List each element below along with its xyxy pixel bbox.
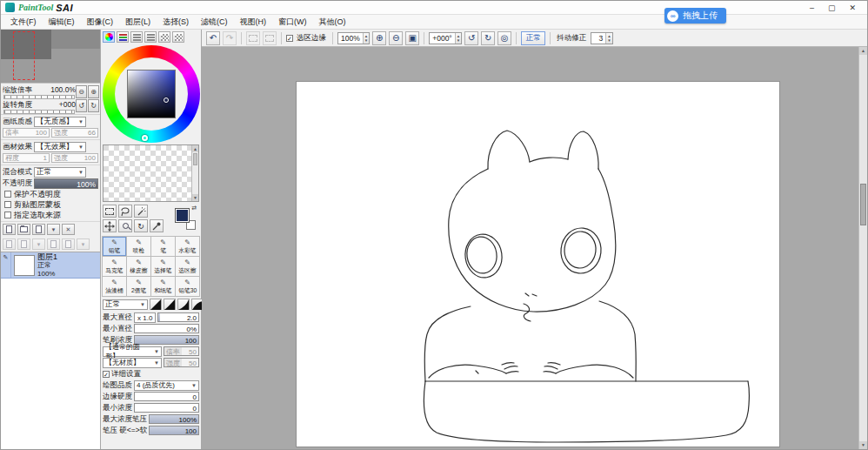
lasso-tool[interactable] xyxy=(118,205,132,218)
menu-filter[interactable]: 滤镜(C) xyxy=(195,15,234,30)
color-wheel-tab[interactable] xyxy=(103,31,115,43)
new-layer-set-button[interactable] xyxy=(17,224,30,235)
nav-rotate-cw-icon[interactable]: ↻ xyxy=(88,99,99,112)
scratchpad-tab[interactable] xyxy=(172,31,184,43)
menu-select[interactable]: 选择(S) xyxy=(157,15,195,30)
rgb-slider-tab[interactable] xyxy=(117,31,129,43)
texture-strength-slider[interactable]: 强度 50 xyxy=(164,358,199,367)
eyedropper-tool[interactable] xyxy=(150,219,164,232)
zoom-spinner[interactable]: 100% ▲▼ xyxy=(337,32,370,44)
vertical-scrollbar[interactable]: ▲ ▼ xyxy=(858,47,867,449)
brush-washi-pen[interactable]: ✎和纸笔 xyxy=(151,277,176,297)
navigator-preview[interactable] xyxy=(1,30,100,84)
delete-layer-button[interactable]: ✕ xyxy=(62,224,75,235)
merge-down-button[interactable]: ▼ xyxy=(32,238,45,250)
scrollbar-thumb[interactable] xyxy=(193,153,197,165)
brush-eraser[interactable]: ✎橡皮擦 xyxy=(127,257,151,277)
color-scratchpad[interactable]: ▲ ▼ xyxy=(103,144,199,202)
paper-scale-slider[interactable]: 倍率100 xyxy=(3,128,50,138)
scratchpad-scrollbar[interactable]: ▲ ▼ xyxy=(191,145,198,201)
new-layer-button[interactable] xyxy=(3,224,16,235)
layer-thumbnail[interactable] xyxy=(14,255,35,276)
canvas-workspace[interactable] xyxy=(202,47,858,449)
min-diameter-slider[interactable]: 0% xyxy=(134,324,199,333)
brush-select-eraser[interactable]: ✎选区擦 xyxy=(176,257,200,277)
menu-image[interactable]: 图像(C) xyxy=(81,15,120,30)
edge-shape-convex-button[interactable] xyxy=(177,299,190,310)
selection-edge-option[interactable]: ✓ 选区边缘 xyxy=(286,33,328,44)
selection-source-option[interactable]: 指定选取来源 xyxy=(2,210,99,220)
redo-button[interactable]: ↷ xyxy=(223,31,237,45)
layer-misc-button[interactable]: ▼ xyxy=(77,238,90,250)
brush-pen[interactable]: ✎笔 xyxy=(151,237,176,257)
zoom-out-button[interactable]: ⊖ xyxy=(389,31,403,45)
stabilizer-spinner[interactable]: 3 ▲▼ xyxy=(591,32,612,44)
brush-texture-select[interactable]: 【无材质】▼ xyxy=(103,358,162,368)
undo-button[interactable]: ↶ xyxy=(206,31,220,45)
maximize-button-icon[interactable]: ▢ xyxy=(828,3,836,12)
preserve-opacity-option[interactable]: 保护不透明度 xyxy=(2,189,99,199)
rotate-view-tool[interactable]: ↻ xyxy=(134,219,148,232)
sv-indicator[interactable] xyxy=(164,97,169,103)
layer-row-selected[interactable]: ✎ 图层1 正常 100% xyxy=(1,252,100,279)
nav-zoom-out-icon[interactable]: ⊖ xyxy=(76,85,87,98)
shape-scale-slider[interactable]: 倍率 50 xyxy=(164,346,199,356)
brush-airbrush[interactable]: ✎喷枪 xyxy=(127,237,151,257)
edge-hardness-slider[interactable]: 0 xyxy=(134,392,199,401)
brush-watercolor[interactable]: ✎水彩笔 xyxy=(176,237,200,257)
max-density-pressure-slider[interactable]: 100% xyxy=(149,414,199,424)
brush-bucket[interactable]: ✎油漆桶 xyxy=(103,277,127,297)
menu-view[interactable]: 视图(H) xyxy=(234,15,273,30)
transfer-down-button[interactable]: ▼ xyxy=(47,224,60,235)
paste-layer-button[interactable] xyxy=(17,238,30,250)
scroll-up-icon[interactable]: ▲ xyxy=(192,145,198,152)
material-effect-select[interactable]: 【无效果】▼ xyxy=(34,142,86,152)
rotate-reset-button[interactable]: ◎ xyxy=(497,31,511,45)
zoom-in-button[interactable]: ⊕ xyxy=(372,31,386,45)
brush-select-pen[interactable]: ✎选择笔 xyxy=(151,257,176,277)
primary-color-chip[interactable] xyxy=(176,209,189,222)
copy-layer-button[interactable] xyxy=(3,238,16,250)
material-level-slider[interactable]: 程度1 xyxy=(3,153,50,163)
gray-slider-tab[interactable] xyxy=(144,31,157,43)
menu-window[interactable]: 窗口(W) xyxy=(272,15,313,30)
pen-pressure-slider[interactable]: 100 xyxy=(149,426,199,435)
zoom-reset-button[interactable]: ▣ xyxy=(405,31,419,45)
edge-shape-linear-button[interactable] xyxy=(150,299,162,310)
scroll-down-icon[interactable]: ▼ xyxy=(192,194,198,201)
swatches-tab[interactable] xyxy=(158,31,170,43)
paper-texture-select[interactable]: 【无质感】▼ xyxy=(34,117,86,127)
opacity-slider[interactable]: 100% xyxy=(34,178,98,189)
color-wheel[interactable] xyxy=(103,45,200,143)
advanced-settings-option[interactable]: ✓ 详细设置 xyxy=(103,368,199,379)
invert-selection-button[interactable] xyxy=(263,31,277,45)
saturation-value-square[interactable] xyxy=(127,70,176,118)
brush-blend-select[interactable]: 正常▼ xyxy=(103,299,148,310)
menu-others[interactable]: 其他(O) xyxy=(313,15,352,30)
view-normal-button[interactable]: 正常 xyxy=(521,31,545,45)
quality-select[interactable]: 4 (品质优先)▼ xyxy=(134,380,199,391)
menu-file[interactable]: 文件(F) xyxy=(4,15,43,30)
rect-select-tool[interactable] xyxy=(103,205,117,218)
zoom-tool[interactable] xyxy=(118,219,132,232)
deselect-button[interactable] xyxy=(246,31,260,45)
clipping-group-option[interactable]: 剪贴图层蒙板 xyxy=(2,199,99,210)
layer-name[interactable]: 图层1 xyxy=(37,252,57,261)
brush-marker[interactable]: ✎马克笔 xyxy=(103,257,127,277)
scroll-up-icon[interactable]: ▲ xyxy=(859,47,867,55)
minimize-button-icon[interactable]: – xyxy=(810,3,814,12)
menu-edit[interactable]: 编辑(E) xyxy=(43,15,81,30)
brush-shape-select[interactable]: 【通常的圆形】▼ xyxy=(103,346,162,357)
brush-pencil30[interactable]: ✎铅笔30 xyxy=(176,277,200,297)
move-tool[interactable] xyxy=(103,219,117,232)
min-density-slider[interactable]: 0 xyxy=(134,403,199,413)
new-mask-button[interactable] xyxy=(32,224,45,235)
scroll-down-icon[interactable]: ▼ xyxy=(859,441,867,449)
hsv-slider-tab[interactable] xyxy=(130,31,143,43)
rotation-angle-slider[interactable] xyxy=(3,110,75,114)
canvas[interactable] xyxy=(297,82,779,447)
zoom-ratio-slider[interactable] xyxy=(3,95,75,99)
rotate-cw-button[interactable]: ↻ xyxy=(481,31,495,45)
nav-zoom-in-icon[interactable]: ⊕ xyxy=(88,85,99,98)
diameter-unit-select[interactable]: x 1.0 xyxy=(134,312,156,323)
